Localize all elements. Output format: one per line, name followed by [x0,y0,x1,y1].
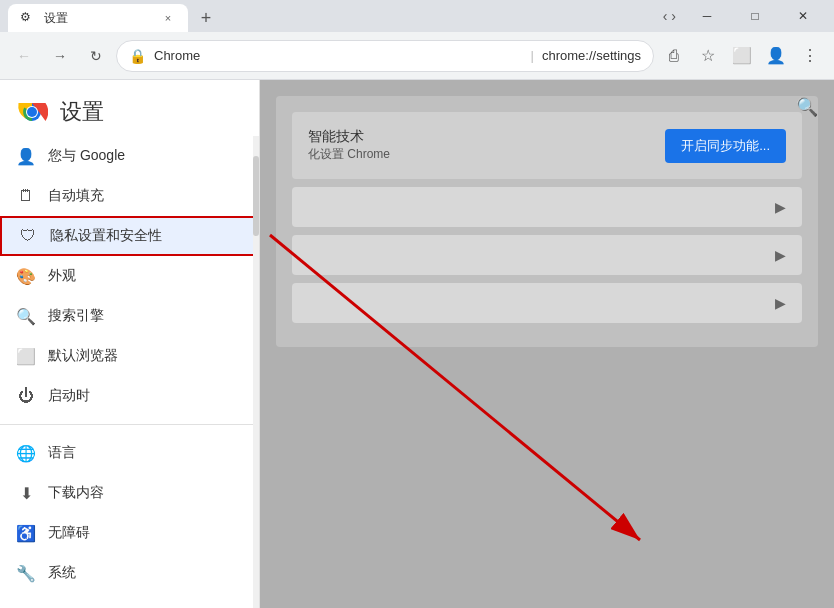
addressbar: ← → ↻ 🔒 Chrome | chrome://settings ⎙ ☆ ⬜… [0,32,834,80]
svg-point-3 [27,107,37,117]
titlebar-tabs: ⚙ 设置 × + [8,0,663,32]
sidebar-label-system: 系统 [48,564,76,582]
forward-button[interactable]: → [44,40,76,72]
search-engine-icon: 🔍 [16,306,36,326]
sidebar-label-autofill: 自动填充 [48,187,104,205]
sync-subtitle: 化设置 Chrome [308,146,390,163]
sidebar-item-downloads[interactable]: ⬇ 下载内容 [0,473,259,513]
sidebar-label-browser: 默认浏览器 [48,347,118,365]
omnibox-separator: | [531,48,534,63]
content-row-3[interactable]: ▶ [292,283,802,323]
sync-section-text: 智能技术 化设置 Chrome [308,128,390,163]
sync-section: 智能技术 化设置 Chrome 开启同步功能... [292,112,802,179]
sidebar-label-appearance: 外观 [48,267,76,285]
sidebar-label-search: 搜索引擎 [48,307,104,325]
google-icon: 👤 [16,146,36,166]
sidebar-header: 设置 [0,80,259,136]
omnibox[interactable]: 🔒 Chrome | chrome://settings [116,40,654,72]
sidebar-item-autofill[interactable]: 🗒 自动填充 [0,176,259,216]
sidebar-item-appearance[interactable]: 🎨 外观 [0,256,259,296]
back-button[interactable]: ← [8,40,40,72]
titlebar-chevron-right: › [671,8,676,24]
sidebar-label-privacy: 隐私设置和安全性 [50,227,162,245]
chevron-right-icon-2: ▶ [775,247,786,263]
sidebar-item-search[interactable]: 🔍 搜索引擎 [0,296,259,336]
share-icon: ⎙ [669,47,679,65]
sidebar-item-browser[interactable]: ⬜ 默认浏览器 [0,336,259,376]
tab-search-icon: ⬜ [732,46,752,65]
sidebar-item-language[interactable]: 🌐 语言 [0,433,259,473]
sidebar: 设置 👤 您与 Google 🗒 自动填充 🛡 隐私设置和安全性 🎨 外观 [0,80,260,608]
scrollbar-track [253,136,259,608]
share-button[interactable]: ⎙ [658,40,690,72]
sync-title: 智能技术 [308,128,390,146]
titlebar-chevron-left: ‹ [663,8,668,24]
sidebar-title: 设置 [60,97,104,127]
accessibility-icon: ♿ [16,523,36,543]
sidebar-label-accessibility: 无障碍 [48,524,90,542]
appearance-icon: 🎨 [16,266,36,286]
scrollbar-thumb[interactable] [253,156,259,236]
menu-button[interactable]: ⋮ [794,40,826,72]
language-icon: 🌐 [16,443,36,463]
refresh-button[interactable]: ↻ [80,40,112,72]
sidebar-item-system[interactable]: 🔧 系统 [0,553,259,593]
content-inner: 智能技术 化设置 Chrome 开启同步功能... ▶ ▶ ▶ [276,96,818,347]
search-icon: 🔍 [796,97,818,117]
sidebar-label-downloads: 下载内容 [48,484,104,502]
chevron-right-icon-1: ▶ [775,199,786,215]
autofill-icon: 🗒 [16,186,36,206]
sidebar-label-google: 您与 Google [48,147,125,165]
tab-favicon: ⚙ [20,10,36,26]
settings-search-button[interactable]: 🔍 [796,96,818,118]
window-controls: ─ □ ✕ [684,0,826,32]
minimize-button[interactable]: ─ [684,0,730,32]
chrome-logo-icon [16,96,48,128]
bookmark-icon: ☆ [701,46,715,65]
sidebar-label-startup: 启动时 [48,387,90,405]
sidebar-item-startup[interactable]: ⏻ 启动时 [0,376,259,416]
omnibox-site-name: Chrome [154,48,523,63]
sidebar-item-accessibility[interactable]: ♿ 无障碍 [0,513,259,553]
active-tab[interactable]: ⚙ 设置 × [8,4,188,32]
tab-label: 设置 [44,10,68,27]
profile-icon: 👤 [766,46,786,65]
sidebar-divider [0,424,259,425]
startup-icon: ⏻ [16,386,36,406]
sidebar-item-privacy[interactable]: 🛡 隐私设置和安全性 [0,216,259,256]
downloads-icon: ⬇ [16,483,36,503]
bookmark-button[interactable]: ☆ [692,40,724,72]
new-tab-button[interactable]: + [192,4,220,32]
omnibox-url: chrome://settings [542,48,641,63]
chevron-right-icon-3: ▶ [775,295,786,311]
toolbar-actions: ⎙ ☆ ⬜ 👤 ⋮ [658,40,826,72]
maximize-button[interactable]: □ [732,0,778,32]
sync-button[interactable]: 开启同步功能... [665,129,786,163]
omnibox-site-icon: 🔒 [129,48,146,64]
sidebar-item-google[interactable]: 👤 您与 Google [0,136,259,176]
titlebar: ⚙ 设置 × + ‹ › ─ □ ✕ [0,0,834,32]
content-area: 🔍 智能技术 化设置 Chrome 开启同步功能... ▶ ▶ [260,80,834,608]
sidebar-scroll: 👤 您与 Google 🗒 自动填充 🛡 隐私设置和安全性 🎨 外观 🔍 搜索 [0,136,259,608]
profile-button[interactable]: 👤 [760,40,792,72]
main-area: 设置 👤 您与 Google 🗒 自动填充 🛡 隐私设置和安全性 🎨 外观 [0,80,834,608]
sidebar-label-language: 语言 [48,444,76,462]
privacy-icon: 🛡 [18,226,38,246]
browser-icon: ⬜ [16,346,36,366]
content-row-1[interactable]: ▶ [292,187,802,227]
tab-close-btn[interactable]: × [160,10,176,26]
content-row-2[interactable]: ▶ [292,235,802,275]
tab-search-button[interactable]: ⬜ [726,40,758,72]
close-button[interactable]: ✕ [780,0,826,32]
system-icon: 🔧 [16,563,36,583]
menu-icon: ⋮ [802,46,818,65]
